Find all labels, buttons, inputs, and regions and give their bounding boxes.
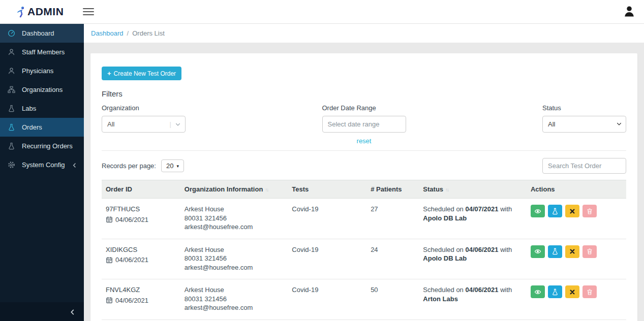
date-range-input[interactable]: [322, 116, 406, 133]
flask-icon: [8, 142, 16, 150]
organization-phone: 80031 321456: [185, 254, 284, 263]
date-range-filter-label: Order Date Range: [322, 104, 406, 112]
eye-icon: [534, 248, 541, 255]
status-cell: Scheduled on 04/06/2021 with Arton Labs: [419, 279, 527, 320]
list-controls: Records per page: 20 ▾: [102, 158, 626, 174]
status-filter: Status All: [542, 104, 626, 145]
view-action-button[interactable]: [531, 285, 545, 298]
user-avatar-icon[interactable]: [623, 5, 636, 18]
sidebar-item-labs[interactable]: Labs: [0, 99, 84, 118]
eye-icon: [534, 288, 541, 296]
chevron-left-icon: [69, 308, 76, 315]
status-cell: Scheduled on 04/07/2021 with Apolo DB La…: [419, 199, 527, 239]
order-date: 04/06/2021: [115, 215, 148, 224]
sidebar-collapse-button[interactable]: [0, 302, 84, 321]
order-id: XIDIKGCS: [106, 245, 176, 254]
create-button-label: Create New Test Order: [114, 70, 176, 77]
x-icon: [569, 208, 576, 215]
order-id: FNVL4KGZ: [106, 285, 176, 295]
breadcrumb-current-page: Orders List: [132, 29, 165, 37]
tests-cell: Covid-19: [288, 199, 366, 239]
caret-down-icon: ▾: [176, 164, 179, 169]
main-content: + Create New Test Order Filters Organiza…: [84, 43, 644, 321]
cancel-action-button[interactable]: [565, 205, 579, 217]
column-header-label: Tests: [292, 185, 309, 193]
sidebar-item-label: System Config: [22, 161, 65, 169]
tests-cell: Covid-19: [288, 239, 366, 279]
patients-cell: 50: [366, 279, 419, 320]
organization-email: arkest@housefree.com: [185, 303, 284, 312]
column-header-actions: Actions: [527, 180, 626, 199]
search-test-order-input[interactable]: [542, 158, 626, 174]
flask-icon: [551, 248, 559, 255]
sidebar-item-recurring-orders[interactable]: Recurring Orders: [0, 137, 84, 155]
sidebar-item-orders[interactable]: Orders: [0, 118, 84, 137]
lab-action-button[interactable]: [548, 245, 562, 258]
order-date: 04/06/2021: [115, 255, 148, 265]
cancel-action-button[interactable]: [565, 285, 579, 298]
logo-person-icon: [15, 6, 26, 18]
cancel-action-button[interactable]: [565, 245, 579, 258]
x-icon: [569, 248, 576, 255]
sidebar-item-label: Recurring Orders: [22, 142, 73, 150]
view-action-button[interactable]: [531, 245, 545, 258]
column-header-status[interactable]: Status↑↓: [419, 180, 527, 199]
chevron-left-icon: [72, 162, 77, 168]
app-logo: ADMIN: [15, 6, 64, 18]
column-header-order-id: Order ID: [102, 180, 180, 199]
sidebar-item-label: Labs: [22, 105, 36, 112]
organization-select[interactable]: All |: [102, 116, 186, 133]
trash-icon: [586, 208, 593, 215]
lab-action-button[interactable]: [548, 285, 562, 298]
hamburger-menu-icon[interactable]: [83, 6, 94, 17]
actions-cell: [527, 239, 626, 279]
filters-heading: Filters: [102, 89, 626, 98]
column-header-tests: Tests: [288, 180, 366, 199]
records-per-page-dropdown[interactable]: 20 ▾: [161, 159, 184, 172]
sidebar-item-label: Organizations: [22, 86, 63, 93]
lab-action-button[interactable]: [548, 205, 562, 217]
organization-email: arkest@housefree.com: [185, 222, 284, 232]
brand-name: ADMIN: [27, 6, 64, 18]
sidebar-item-label: Physicians: [22, 67, 53, 75]
create-new-test-order-button[interactable]: + Create New Test Order: [102, 67, 181, 80]
breadcrumb: Dashboard / Orders List: [84, 24, 644, 43]
sidebar-item-dashboard[interactable]: Dashboard: [0, 24, 84, 43]
column-header-label: Order ID: [106, 185, 132, 193]
calendar-icon: [106, 297, 113, 304]
view-action-button[interactable]: [531, 205, 545, 217]
column-header-label: Organization Information: [185, 185, 263, 193]
table-row: 97FTHUCS 04/06/2021 Arkest House 80031 3…: [102, 199, 626, 239]
orders-panel: + Create New Test Order Filters Organiza…: [90, 53, 637, 321]
filter-row: Organization All | Order Date Range rese…: [102, 104, 626, 145]
organization-phone: 80031 321456: [185, 214, 284, 223]
trash-icon: [586, 288, 593, 296]
flask-icon: [8, 105, 16, 113]
breadcrumb-separator: /: [127, 29, 129, 37]
sidebar-item-organizations[interactable]: Organizations: [0, 80, 84, 99]
records-per-page-value: 20: [166, 162, 173, 170]
organization-select-value: All: [107, 120, 170, 128]
organization-name: Arkest House: [185, 245, 284, 254]
date-range-filter: Order Date Range reset: [322, 104, 406, 145]
sidebar-item-staff-members[interactable]: Staff Members: [0, 43, 84, 61]
breadcrumb-dashboard-link[interactable]: Dashboard: [91, 29, 124, 37]
calendar-icon: [106, 216, 113, 223]
delete-action-button[interactable]: [582, 245, 597, 258]
status-select[interactable]: All: [542, 116, 626, 133]
order-date: 04/06/2021: [115, 296, 148, 305]
patients-cell: 24: [366, 239, 419, 279]
delete-action-button[interactable]: [582, 285, 597, 298]
flask-icon: [551, 288, 559, 296]
flask-icon: [8, 123, 16, 132]
reset-filters-link[interactable]: reset: [357, 137, 372, 145]
column-header-organization-information[interactable]: Organization Information↑↓: [180, 180, 288, 199]
gear-icon: [8, 161, 16, 169]
actions-cell: [527, 199, 626, 239]
tests-cell: Covid-19: [288, 279, 366, 320]
sitemap-icon: [8, 86, 16, 94]
sidebar-item-physicians[interactable]: Physicians: [0, 61, 84, 80]
user-icon: [8, 48, 16, 56]
sidebar-item-system-config[interactable]: System Config: [0, 155, 84, 174]
delete-action-button[interactable]: [582, 205, 597, 217]
